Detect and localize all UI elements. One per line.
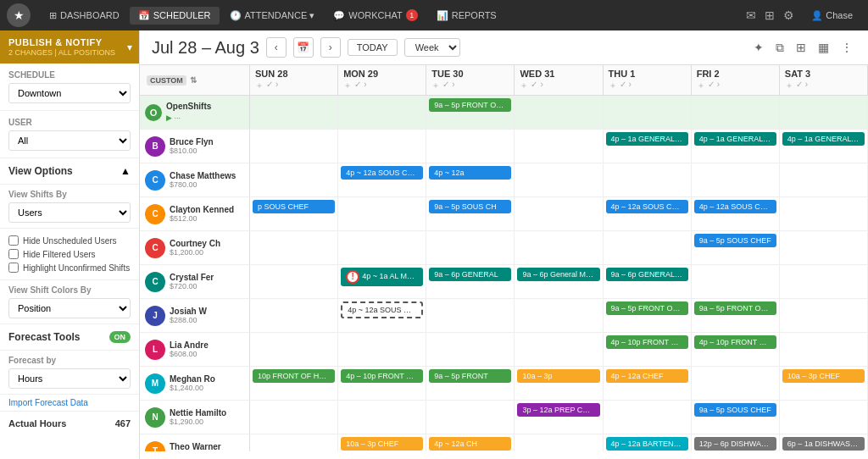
row-day-cell[interactable] bbox=[515, 434, 603, 451]
row-day-cell[interactable] bbox=[515, 96, 603, 129]
row-day-cell[interactable] bbox=[780, 197, 868, 230]
row-day-cell[interactable]: 10a – 3p CHEF bbox=[780, 367, 868, 400]
shift-pill[interactable]: !4p ~ 1a AL MANAC bbox=[341, 268, 423, 286]
row-day-cell[interactable] bbox=[604, 96, 692, 129]
nav-item-attendance[interactable]: 🕐 ATTENDANCE ▾ bbox=[221, 7, 324, 25]
row-day-cell[interactable] bbox=[515, 299, 603, 332]
more-icon[interactable]: › bbox=[629, 80, 632, 91]
shift-pill[interactable]: 6p – 1a DISHWASHER bbox=[782, 437, 865, 451]
row-day-cell[interactable] bbox=[515, 163, 603, 196]
row-day-cell[interactable] bbox=[426, 130, 515, 163]
row-day-cell[interactable] bbox=[250, 401, 338, 434]
shift-pill[interactable]: 9a – 5p SOUS CHEF bbox=[694, 403, 776, 417]
settings-icon[interactable]: ⚙ bbox=[783, 8, 794, 22]
row-day-cell[interactable] bbox=[515, 231, 603, 264]
row-day-cell[interactable] bbox=[515, 130, 603, 163]
row-day-cell[interactable]: 9a – 5p FRONT OF HOUS bbox=[692, 299, 780, 332]
row-day-cell[interactable] bbox=[692, 96, 780, 129]
add-shift-icon[interactable]: ＋ bbox=[785, 80, 793, 91]
row-day-cell[interactable]: 4p – 10p FRONT OF HOU bbox=[692, 333, 780, 366]
shift-pill[interactable]: p SOUS CHEF bbox=[253, 200, 335, 213]
row-day-cell[interactable] bbox=[426, 299, 515, 332]
check-icon[interactable]: ✓ bbox=[266, 80, 273, 91]
more-icon[interactable]: › bbox=[805, 80, 808, 91]
row-day-cell[interactable] bbox=[604, 401, 692, 434]
hide-unscheduled-checkbox[interactable] bbox=[8, 235, 19, 246]
nav-item-workchat[interactable]: 💬 WORKCHAT 1 bbox=[325, 6, 426, 25]
add-shift-icon[interactable]: ＋ bbox=[431, 80, 440, 91]
row-day-cell[interactable]: 4p – 10p FRONT OF HOU bbox=[604, 333, 692, 366]
row-day-cell[interactable]: 12p – 6p DISHWASHER bbox=[692, 434, 780, 451]
view-options-header[interactable]: View Options ▲ bbox=[0, 158, 139, 185]
next-week-button[interactable]: › bbox=[320, 37, 341, 58]
more-icon[interactable]: › bbox=[717, 80, 720, 91]
shift-pill[interactable]: 4p – 10p FRONT OF HOU bbox=[606, 335, 688, 349]
row-day-cell[interactable]: 4p – 12a SOUS CHEF bbox=[692, 197, 780, 230]
shift-pill[interactable]: 3p – 12a PREP COOK bbox=[517, 403, 599, 417]
row-day-cell[interactable] bbox=[426, 333, 515, 366]
shift-pill[interactable]: 9a – 6p GENERAL MANAC bbox=[606, 268, 688, 281]
shift-pill[interactable]: 9a – 5p FRONT OF HOUS bbox=[694, 301, 776, 315]
row-day-cell[interactable]: p SOUS CHEF bbox=[250, 197, 338, 230]
more-icon[interactable]: › bbox=[364, 80, 366, 91]
row-day-cell[interactable]: 10p FRONT OF HOU bbox=[250, 367, 338, 400]
row-day-cell[interactable] bbox=[250, 96, 338, 129]
check-icon[interactable]: ✓ bbox=[354, 80, 361, 91]
check-icon[interactable]: ✓ bbox=[442, 80, 449, 91]
check-icon[interactable]: ✓ bbox=[620, 80, 626, 91]
row-day-cell[interactable]: 4p – 1a GENERAL MANAG bbox=[780, 130, 868, 163]
row-day-cell[interactable] bbox=[780, 96, 868, 129]
row-day-cell[interactable]: !4p ~ 1a AL MANAC bbox=[338, 265, 426, 298]
row-day-cell[interactable]: 9a – 6p GENERAL MANAC bbox=[604, 265, 692, 298]
highlight-unconfirmed-checkbox[interactable] bbox=[8, 263, 19, 273]
row-day-cell[interactable] bbox=[604, 231, 692, 264]
schedule-select[interactable]: Downtown bbox=[8, 83, 131, 103]
row-day-cell[interactable]: 9a – 5p SOUS CHEF bbox=[692, 231, 780, 264]
row-day-cell[interactable]: 9a – 5p FRONT OF HOUS bbox=[426, 96, 515, 129]
row-day-cell[interactable]: 4p – 1a GENERAL MANAG bbox=[692, 130, 780, 163]
row-day-cell[interactable]: 4p – 12a BARTENDER bbox=[604, 434, 692, 451]
row-day-cell[interactable] bbox=[250, 333, 338, 366]
shift-pill[interactable]: 4p – 12a SOUS CHEF bbox=[694, 200, 776, 213]
more-icon[interactable]: › bbox=[452, 80, 454, 91]
grid-view-button[interactable]: ▦ bbox=[815, 39, 832, 57]
check-icon[interactable]: ✓ bbox=[796, 80, 803, 91]
row-day-cell[interactable]: 4p – 1a GENERAL MANAG bbox=[604, 130, 692, 163]
row-day-cell[interactable]: 10a – 3p CHEF bbox=[338, 434, 426, 451]
copy-button[interactable]: ⧉ bbox=[772, 39, 787, 57]
row-day-cell[interactable] bbox=[780, 333, 868, 366]
more-icon[interactable]: › bbox=[275, 80, 278, 91]
add-shift-icon[interactable]: ＋ bbox=[609, 80, 617, 91]
row-day-cell[interactable]: 9a – 6p GENERAL bbox=[426, 265, 515, 298]
row-day-cell[interactable]: 6p – 1a DISHWASHER bbox=[780, 434, 868, 451]
more-options-button[interactable]: ⋮ bbox=[837, 39, 856, 57]
row-day-cell[interactable]: 3p – 12a PREP COOK bbox=[515, 401, 603, 434]
user-avatar[interactable]: 👤 Chase bbox=[803, 7, 861, 25]
forecast-toggle[interactable]: ON bbox=[109, 331, 131, 343]
shift-pill[interactable]: 9a – 6p General MANAC bbox=[517, 268, 599, 281]
shift-pill[interactable]: 9a – 5p FRONT bbox=[429, 369, 511, 383]
row-day-cell[interactable] bbox=[426, 231, 515, 264]
grid-icon[interactable]: ⊞ bbox=[765, 8, 775, 22]
shift-pill[interactable]: 4p ~ 12a SOUS CHEF bbox=[341, 301, 423, 318]
shift-pill[interactable]: 10a – 3p CHEF bbox=[782, 369, 865, 383]
shift-pill[interactable]: 9a – 5p SOUS CH bbox=[429, 200, 511, 213]
mail-icon[interactable]: ✉ bbox=[746, 8, 756, 22]
shift-pill[interactable]: 10p FRONT OF HOU bbox=[253, 369, 335, 383]
magic-wand-button[interactable]: ✦ bbox=[750, 39, 767, 57]
forecast-by-select[interactable]: Hours bbox=[8, 368, 131, 389]
forecast-tools-header[interactable]: Forecast Tools ON bbox=[0, 324, 139, 351]
nav-item-dashboard[interactable]: ⊞ DASHBOARD bbox=[41, 7, 128, 25]
shift-pill[interactable]: 10a – 3p bbox=[517, 369, 599, 383]
row-day-cell[interactable] bbox=[692, 265, 780, 298]
shift-pill[interactable]: 4p ~ 12a bbox=[429, 166, 511, 180]
check-icon[interactable]: ✓ bbox=[531, 80, 537, 91]
row-day-cell[interactable] bbox=[692, 163, 780, 196]
shift-pill[interactable]: 4p ~ 12a CH bbox=[429, 437, 511, 451]
row-day-cell[interactable] bbox=[338, 401, 426, 434]
open-shifts-add[interactable]: ▶ ··· bbox=[166, 113, 181, 122]
row-day-cell[interactable]: 9a – 5p FRONT bbox=[426, 367, 515, 400]
add-shift-icon[interactable]: ＋ bbox=[520, 80, 528, 91]
shift-pill[interactable]: 12p – 6p DISHWASHER bbox=[694, 437, 776, 451]
row-day-cell[interactable] bbox=[250, 434, 338, 451]
